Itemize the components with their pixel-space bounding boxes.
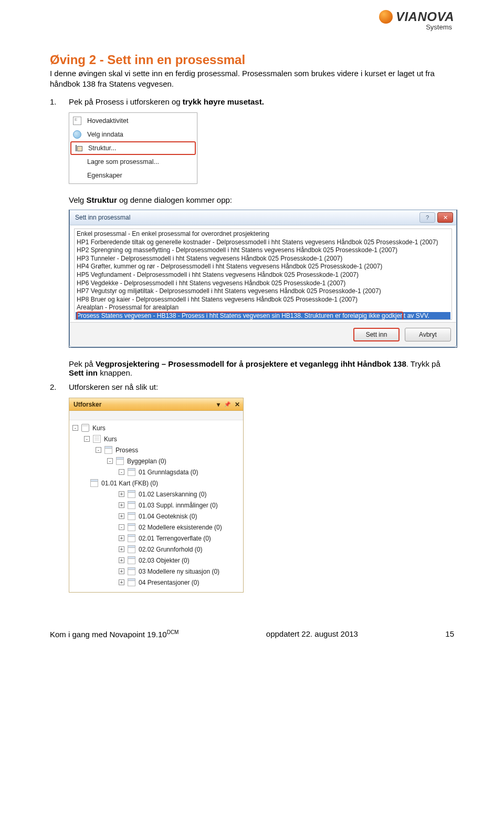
dialog-title: Sett inn prosessmal (75, 214, 130, 221)
expand-icon[interactable]: + (119, 502, 124, 508)
explorer-titlebar[interactable]: Utforsker ▾ 📌 ✕ (69, 398, 243, 411)
collapse-icon[interactable]: - (119, 524, 124, 530)
explorer-tree[interactable]: -Kurs-Kurs-Prosess-Byggeplan (0)-01 Grun… (69, 420, 243, 592)
contextmenu-item[interactable]: Egenskaper (70, 169, 196, 182)
intro-paragraph: I denne øvingen skal vi sette inn en fer… (50, 68, 454, 89)
insert-prosessmal-dialog: Sett inn prosessmal ? ✕ Enkel prosessmal… (69, 210, 457, 348)
footer-center: oppdatert 22. august 2013 (266, 629, 358, 639)
tree-node[interactable]: +04 Presentasjoner (0) (72, 577, 240, 588)
tree-node-label: 01 Grunnlagsdata (0) (139, 469, 198, 476)
step-struktur-text: Velg Struktur og denne dialogen kommer o… (69, 195, 454, 204)
footer-left: Kom i gang med Novapoint 19.10DCM (50, 629, 178, 639)
step-vegprosjektering-text: Pek på Vegprosjektering – Prosessmodell … (69, 359, 454, 377)
expand-spacer (81, 480, 87, 486)
tree-node-label: 02.02 Grunnforhold (0) (139, 546, 202, 553)
tree-node[interactable]: +02.01 Terrengoverflate (0) (72, 533, 240, 544)
expand-icon[interactable]: + (119, 513, 124, 519)
cal-icon (104, 446, 112, 454)
tree-node-label: 02.03 Objekter (0) (139, 557, 190, 564)
template-listbox[interactable]: Enkel prosessmal - En enkel prosessmal f… (74, 229, 452, 320)
cal-icon (128, 468, 135, 476)
cal-icon (116, 457, 124, 465)
template-list-item[interactable]: HP1 Forberedende tiltak og generelle kos… (76, 238, 450, 247)
tree-node[interactable]: -02 Modellere eksisterende (0) (72, 522, 240, 533)
cal-icon (90, 479, 98, 487)
collapse-icon[interactable]: - (84, 436, 90, 442)
dialog-titlebar[interactable]: Sett inn prosessmal ? ✕ (69, 210, 457, 225)
template-list-item[interactable]: HP7 Vegutstyr og miljøtiltak - Delproses… (76, 287, 450, 296)
tree-node[interactable]: -Prosess (72, 444, 240, 455)
close-panel-icon[interactable]: ✕ (235, 401, 240, 408)
tree-node-label: 01.01 Kart (FKB) (0) (101, 480, 158, 487)
contextmenu-item[interactable]: Velg inndata (70, 128, 196, 141)
collapse-icon[interactable]: - (119, 469, 124, 475)
template-list-item[interactable]: Enkel prosessmal - En enkel prosessmal f… (76, 230, 450, 238)
tree-node-label: 01.03 Suppl. innmålinger (0) (139, 502, 218, 509)
cal-icon (128, 501, 135, 509)
cal-icon (128, 512, 135, 520)
contextmenu-item[interactable]: Lagre som prosessmal... (70, 155, 196, 169)
cal-icon (128, 534, 135, 542)
tree-node[interactable]: +01.02 Laserskanning (0) (72, 489, 240, 500)
sett-inn-button[interactable]: Sett inn (353, 328, 400, 341)
template-list-item[interactable]: HP3 Tunneler - Delprosessmodell i hht St… (76, 255, 450, 263)
expand-icon[interactable]: + (119, 546, 124, 552)
cal-icon (128, 578, 135, 586)
tree-node[interactable]: -01 Grunnlagsdata (0) (72, 466, 240, 478)
tree-node-label: 02 Modellere eksisterende (0) (139, 524, 222, 531)
collapse-icon[interactable]: - (96, 447, 101, 453)
blank-icon (71, 156, 83, 168)
tree-node[interactable]: +03 Modellere ny situasjon (0) (72, 566, 240, 577)
contextmenu-item[interactable]: Struktur... (70, 141, 196, 155)
footer-right: 15 (445, 629, 454, 639)
collapse-icon[interactable]: - (107, 458, 113, 464)
expand-icon[interactable]: + (119, 535, 124, 541)
step-1-text: Pek på Prosess i utforskeren og trykk hø… (69, 97, 454, 106)
dropdown-icon[interactable]: ▾ (217, 401, 220, 408)
page-title: Øving 2 - Sett inn en prosessmal (50, 53, 454, 67)
template-list-item[interactable]: Arealplan - Prosessmal for arealplan (76, 304, 450, 312)
folder-icon (81, 424, 89, 432)
template-list-item[interactable]: Prosess Statens vegvesen - HB138 - Prose… (76, 312, 450, 320)
tree-node[interactable]: -Kurs (72, 422, 240, 433)
box-icon (71, 115, 83, 127)
tree-node-label: 01.02 Laserskanning (0) (139, 491, 206, 498)
expand-icon[interactable]: + (119, 579, 124, 585)
tree-icon (72, 142, 84, 154)
template-list-item[interactable]: HP5 Vegfundament - Delprosessmodell i hh… (76, 271, 450, 279)
step-2-number: 2. (50, 382, 69, 391)
page-icon (93, 435, 101, 443)
avbryt-button[interactable]: Avbryt (405, 328, 451, 341)
tree-node[interactable]: +02.02 Grunnforhold (0) (72, 544, 240, 555)
close-button[interactable]: ✕ (437, 212, 453, 223)
tree-node[interactable]: 01.01 Kart (FKB) (0) (72, 478, 240, 489)
tree-node[interactable]: +01.04 Geoteknisk (0) (72, 511, 240, 522)
pin-icon[interactable]: 📌 (224, 401, 230, 407)
template-list-item[interactable]: HP4 Grøfter, kummer og rør - Delprosessm… (76, 263, 450, 271)
template-list-item[interactable]: HP6 Vegdekke - Delprosessmodell i hht St… (76, 279, 450, 288)
cal-icon (128, 567, 135, 575)
selection-highlight (77, 312, 403, 320)
brand-subtitle: Systems (379, 23, 452, 31)
help-button[interactable]: ? (419, 212, 435, 223)
tree-node[interactable]: +01.03 Suppl. innmålinger (0) (72, 500, 240, 511)
tree-node-label: 04 Presentasjoner (0) (139, 579, 199, 586)
template-list-item[interactable]: HP2 Sprengning og masseflytting - Delpro… (76, 246, 450, 255)
expand-icon[interactable]: + (119, 557, 124, 563)
tree-node[interactable]: -Byggeplan (0) (72, 455, 240, 466)
globe-icon (71, 129, 83, 140)
contextmenu-item-label: Egenskaper (87, 172, 122, 179)
context-menu: HovedaktivitetVelg inndataStruktur...Lag… (69, 112, 197, 184)
step-2-text: Utforskeren ser nå slik ut: (69, 382, 454, 391)
contextmenu-item-label: Struktur... (88, 144, 117, 152)
contextmenu-item[interactable]: Hovedaktivitet (70, 114, 196, 128)
dialog-footer: Sett inn Avbryt (69, 322, 457, 347)
expand-icon[interactable]: + (119, 568, 124, 574)
template-list-item[interactable]: HP8 Bruer og kaier - Delprosessmodell i … (76, 296, 450, 304)
tree-node[interactable]: -Kurs (72, 433, 240, 444)
tree-node-label: Kurs (104, 435, 117, 443)
collapse-icon[interactable]: - (72, 425, 78, 431)
contextmenu-item-label: Hovedaktivitet (87, 117, 129, 125)
expand-icon[interactable]: + (119, 491, 124, 497)
tree-node[interactable]: +02.03 Objekter (0) (72, 555, 240, 566)
